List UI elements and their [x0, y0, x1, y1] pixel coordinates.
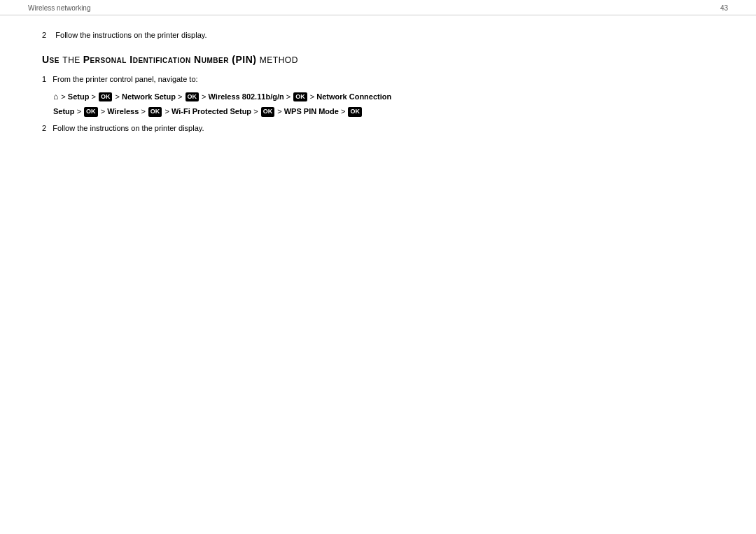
arrow-l2-5: >: [253, 107, 260, 115]
wifi-protected-label: Wi‑Fi Protected Setup: [172, 107, 251, 115]
ok-badge-l2-3: OK: [261, 107, 275, 117]
step2-text: Follow the instructions on the printer d…: [52, 124, 204, 132]
pre-step-text: Follow the instructions on the printer d…: [55, 31, 206, 39]
wps-pin-label: WPS PIN Mode: [284, 107, 339, 115]
arrow-l2-1: >: [77, 107, 83, 115]
ok-badge-l2-2: OK: [148, 107, 162, 117]
arrow-l2-7: >: [341, 107, 347, 115]
arrow-1: >: [61, 92, 67, 101]
navigation-block: ⌂ > Setup > OK > Network Setup > OK > Wi…: [53, 90, 714, 118]
pre-heading-step: 2 Follow the instructions on the printer…: [42, 29, 714, 41]
step1-text: From the printer control panel, navigate…: [52, 75, 197, 83]
arrow-l2-4: >: [164, 107, 171, 115]
step1-number: 1: [42, 75, 46, 83]
page-number: 43: [720, 4, 728, 12]
network-connection-label: Network Connection: [316, 92, 391, 101]
arrow-l2-3: >: [141, 107, 147, 115]
nav-line-2: Setup > OK > Wireless > OK > Wi‑Fi Prote…: [53, 106, 714, 118]
heading-identification: Identification: [130, 54, 190, 65]
arrow-3: >: [115, 92, 121, 101]
arrow-5: >: [202, 92, 208, 101]
heading-method: Method: [260, 55, 298, 65]
heading-the: the: [62, 55, 83, 65]
header: Wireless networking 43: [0, 0, 756, 15]
arrow-l2-2: >: [101, 107, 107, 115]
setup-label-2: Setup: [53, 107, 75, 115]
pre-step-number: 2: [42, 31, 46, 39]
section-heading: Use the Personal Identification Number (…: [42, 54, 714, 65]
wireless-label-2: Wireless: [107, 107, 139, 115]
nav-line-1: ⌂ > Setup > OK > Network Setup > OK > Wi…: [53, 90, 714, 104]
heading-pin: (PIN): [232, 54, 260, 65]
network-setup-label: Network Setup: [122, 92, 176, 101]
ok-badge-1: OK: [99, 92, 113, 102]
arrow-2: >: [91, 92, 97, 101]
arrow-7: >: [310, 92, 316, 101]
ok-badge-l2-1: OK: [84, 107, 98, 117]
arrow-6: >: [286, 92, 293, 101]
page: Wireless networking 43 2 Follow the inst…: [0, 0, 756, 534]
step2-number: 2: [42, 124, 46, 132]
step-2: 2 Follow the instructions on the printer…: [42, 122, 714, 134]
ok-badge-2: OK: [186, 92, 200, 102]
ok-badge-l2-4: OK: [348, 107, 362, 117]
home-icon: ⌂: [53, 90, 58, 104]
header-left-label: Wireless networking: [28, 4, 90, 12]
setup-label: Setup: [68, 92, 90, 101]
heading-use: Use: [42, 54, 59, 65]
content-area: 2 Follow the instructions on the printer…: [0, 15, 756, 152]
heading-personal: Personal: [83, 54, 127, 65]
ok-badge-3: OK: [293, 92, 307, 102]
arrow-l2-6: >: [277, 107, 284, 115]
wireless-label: Wireless 802.11b/g/n: [209, 92, 284, 101]
arrow-4: >: [178, 92, 184, 101]
heading-number: Number: [194, 54, 229, 65]
step-1: 1 From the printer control panel, naviga…: [42, 73, 714, 85]
